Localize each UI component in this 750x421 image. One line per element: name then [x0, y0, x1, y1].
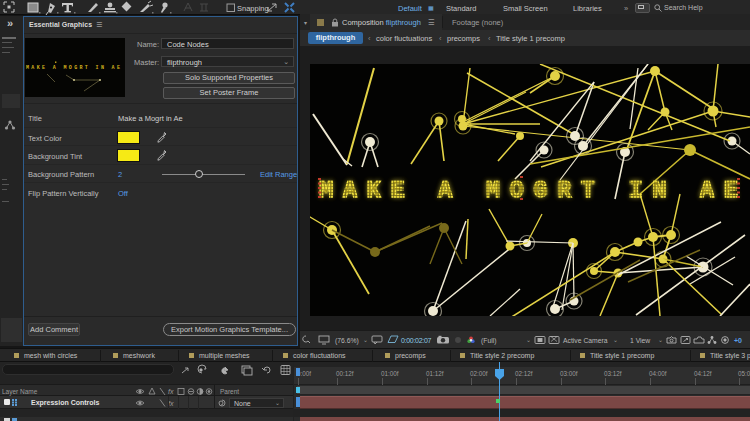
- svg-text:Snapping: Snapping: [237, 4, 269, 13]
- svg-text:MAKE A MOGRT IN AE: MAKE A MOGRT IN AE: [26, 65, 122, 71]
- svg-text:⌄: ⌄: [526, 337, 531, 343]
- svg-text:⌄: ⌄: [613, 337, 618, 343]
- svg-text:0:00:02:07: 0:00:02:07: [401, 337, 431, 344]
- svg-text:(76.6%): (76.6%): [335, 337, 359, 345]
- svg-text:+0: +0: [734, 337, 742, 344]
- svg-text:(Full): (Full): [481, 337, 496, 345]
- svg-text:Active Camera: Active Camera: [563, 337, 608, 344]
- svg-text:MAKE A MOGRT IN AE: MAKE A MOGRT IN AE: [319, 177, 747, 204]
- svg-text:1 View: 1 View: [630, 337, 650, 344]
- svg-text:⌄: ⌄: [363, 337, 368, 343]
- svg-text:fx: fx: [168, 388, 174, 395]
- svg-text:⌄: ⌄: [658, 337, 663, 343]
